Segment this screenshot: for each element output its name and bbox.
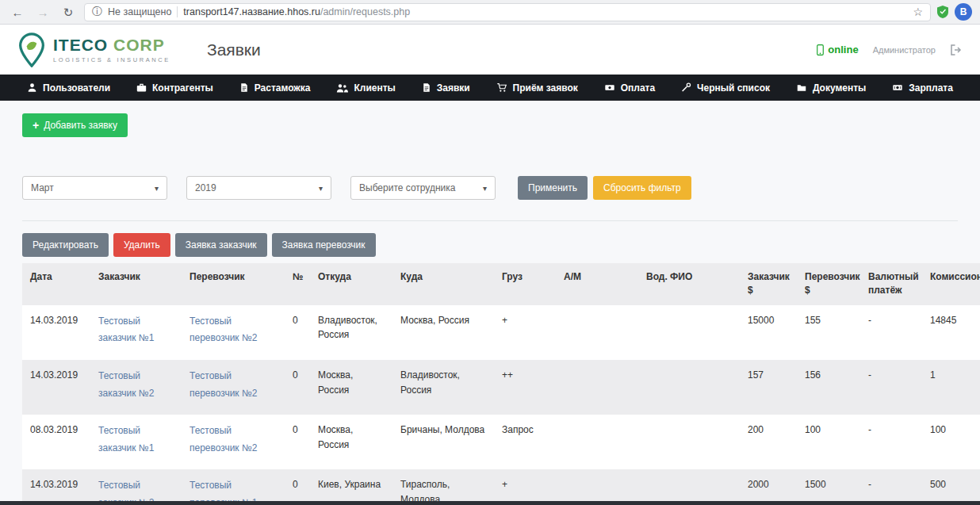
reload-button[interactable]: ↻ [59, 6, 78, 18]
cell-am [556, 360, 638, 415]
forward-button[interactable]: → [33, 6, 52, 18]
browser-chrome: ← → ↻ ⓘ Не защищено transport147.названи… [0, 0, 980, 25]
customer-link[interactable]: Тестовый заказчик №1 [98, 313, 174, 347]
people-icon [336, 83, 348, 93]
cell-carrier_usd: 156 [797, 360, 860, 415]
briefcase-icon [136, 82, 147, 93]
table-row[interactable]: 14.03.2019Тестовый заказчик №1Тестовый п… [22, 305, 980, 360]
month-select[interactable]: Март ▾ [22, 176, 167, 200]
cell-currency: - [860, 305, 922, 360]
cell-driver [638, 469, 740, 505]
user-role-label: Администратор [873, 45, 936, 55]
nav-item-label: Заявки [437, 82, 470, 94]
column-header-num: № [285, 263, 310, 305]
nav-item-salary[interactable]: Зарплата [892, 82, 953, 94]
divider [22, 220, 958, 221]
edit-button[interactable]: Редактировать [22, 233, 109, 257]
cell-date: 14.03.2019 [22, 305, 90, 360]
cell-to: Владивосток, Россия [392, 360, 494, 415]
cell-carrier: Тестовый перевозчик №2 [182, 360, 285, 415]
wallet-icon [892, 82, 903, 93]
employee-select[interactable]: Выберите сотрудника ▾ [350, 176, 496, 200]
cell-num: 0 [285, 360, 310, 415]
cart-icon [496, 82, 507, 93]
cell-am [556, 415, 638, 469]
customer-link[interactable]: Тестовый заказчик №2 [98, 368, 174, 402]
cell-customer_usd: 200 [740, 415, 797, 469]
column-header-customer_usd: Заказчик $ [740, 263, 797, 305]
omnibox-divider [177, 6, 178, 17]
company-logo[interactable]: ITECO CORP LOGISTICS & INSURANCE [17, 33, 170, 67]
nav-item-label: Черный список [697, 82, 770, 94]
cell-num: 0 [285, 415, 310, 469]
cell-currency: - [860, 469, 922, 505]
address-bar[interactable]: ⓘ Не защищено transport147.название.hhos… [84, 3, 931, 21]
page-title: Заявки [207, 40, 261, 59]
cell-cargo: + [494, 469, 556, 505]
column-header-carrier_usd: Перевозчик $ [797, 263, 860, 305]
table-row[interactable]: 14.03.2019Тестовый заказчик №2Тестовый п… [22, 360, 980, 415]
nav-item-intake[interactable]: Приём заявок [496, 82, 578, 94]
cell-driver [638, 415, 740, 469]
customer-link[interactable]: Тестовый заказчик №1 [98, 423, 174, 457]
app-header: ITECO CORP LOGISTICS & INSURANCE Заявки … [0, 25, 980, 75]
column-header-date: Дата [22, 263, 90, 305]
cell-commission: 14845 [922, 305, 980, 360]
file-icon [422, 82, 431, 93]
logo-subtitle: LOGISTICS & INSURANCE [53, 56, 170, 63]
cell-customer: Тестовый заказчик №1 [90, 305, 182, 360]
table-row[interactable]: 08.03.2019Тестовый заказчик №1Тестовый п… [22, 415, 980, 469]
requests-table-body: 14.03.2019Тестовый заказчик №1Тестовый п… [22, 305, 980, 505]
table-header-row: ДатаЗаказчикПеревозчик№ОткудаКудаГрузА/М… [22, 263, 980, 305]
nav-item-users[interactable]: Пользователи [27, 82, 110, 94]
carrier-request-button[interactable]: Заявка перевозчик [272, 233, 376, 257]
nav-item-label: Зарплата [909, 82, 953, 94]
cell-num: 0 [285, 305, 310, 360]
carrier-link[interactable]: Тестовый перевозчик №2 [189, 313, 277, 347]
bookmark-star-icon[interactable]: ☆ [913, 6, 923, 18]
online-label: online [828, 44, 858, 55]
back-button[interactable]: ← [8, 6, 27, 18]
cell-from: Москва, Россия [310, 415, 392, 469]
cell-num: 0 [285, 469, 310, 505]
nav-item-label: Приём заявок [513, 82, 578, 94]
cell-currency: - [860, 360, 922, 415]
delete-button[interactable]: Удалить [113, 233, 170, 257]
nav-item-customs[interactable]: Растаможка [239, 82, 311, 94]
column-header-am: А/М [556, 263, 638, 305]
security-label: Не защищено [108, 6, 171, 17]
nav-item-blacklist[interactable]: Черный список [681, 82, 770, 94]
cell-customer_usd: 15000 [740, 305, 797, 360]
apply-filter-button[interactable]: Применить [518, 176, 588, 200]
nav-item-label: Контрагенты [152, 82, 213, 94]
filter-bar: Март ▾ 2019 ▾ Выберите сотрудника ▾ Прим… [22, 176, 958, 200]
cell-customer: Тестовый заказчик №2 [90, 469, 182, 505]
adblock-shield-icon[interactable] [937, 6, 948, 18]
reset-filter-button[interactable]: Сбросить фильтр [593, 176, 691, 200]
cell-to: Тирасполь, Молдова [392, 469, 494, 505]
year-select[interactable]: 2019 ▾ [186, 176, 331, 200]
cell-currency: - [860, 415, 922, 469]
nav-item-contractors[interactable]: Контрагенты [136, 82, 213, 94]
page-info-icon[interactable]: ⓘ [92, 5, 102, 19]
nav-item-clients[interactable]: Клиенты [336, 82, 395, 94]
cell-date: 14.03.2019 [22, 360, 90, 415]
nav-item-documents[interactable]: Документы [796, 82, 866, 94]
user-icon [27, 82, 37, 93]
nav-item-payment[interactable]: Оплата [604, 82, 655, 94]
cell-carrier_usd: 100 [797, 415, 860, 469]
cell-driver [638, 360, 740, 415]
nav-item-requests[interactable]: Заявки [422, 82, 470, 94]
add-request-button[interactable]: + Добавить заявку [22, 113, 128, 137]
cell-to: Бричаны, Молдова [392, 415, 494, 469]
browser-profile-avatar[interactable]: В [955, 3, 972, 21]
logout-icon[interactable] [950, 44, 963, 56]
online-status: online [817, 44, 858, 55]
cell-from: Киев, Украина [310, 469, 392, 505]
customer-request-button[interactable]: Заявка заказчик [175, 233, 267, 257]
carrier-link[interactable]: Тестовый перевозчик №2 [189, 423, 277, 457]
nav-item-label: Документы [813, 82, 866, 94]
table-row[interactable]: 14.03.2019Тестовый заказчик №2Тестовый п… [22, 469, 980, 505]
carrier-link[interactable]: Тестовый перевозчик №2 [189, 368, 277, 402]
cell-from: Москва, Россия [310, 360, 392, 415]
